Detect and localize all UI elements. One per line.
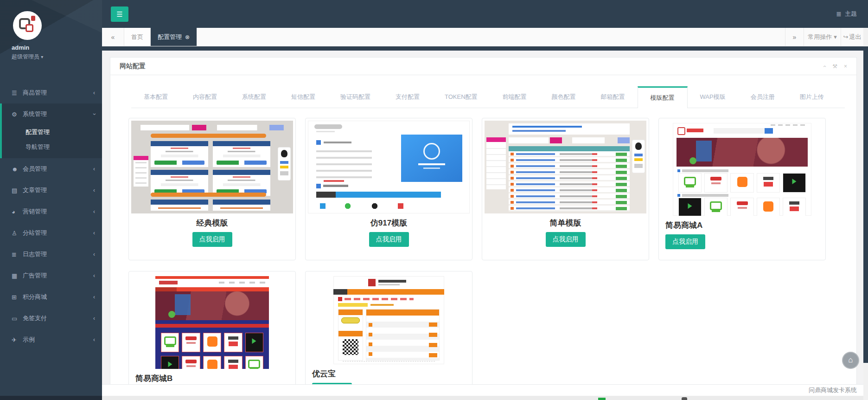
- goods-table-shape: [366, 309, 440, 361]
- tabbar-spacer: [197, 28, 785, 46]
- close-panel-icon[interactable]: ×: [844, 63, 847, 70]
- activate-button[interactable]: 点我启用: [192, 232, 232, 247]
- sidebar-subitem-config[interactable]: 配置管理: [2, 125, 102, 140]
- collapse-panel-icon[interactable]: ‹: [822, 65, 828, 67]
- footer-text: 问鼎商城发卡系统: [809, 387, 857, 394]
- sidebar-item-label: 文章管理: [23, 186, 47, 194]
- main-content: 网站配置 ‹ ⚒ × 基本配置 内容配置 系统配置 短信配置 验证码配置 支付配…: [102, 51, 863, 400]
- activate-button[interactable]: 点我启用: [369, 232, 409, 247]
- template-title: 经典模版: [129, 218, 295, 228]
- tab-sms[interactable]: 短信配置: [279, 86, 328, 108]
- mango-tv-logo-tile: [203, 333, 221, 352]
- footer: 问鼎商城发卡系统: [102, 384, 863, 396]
- tab-wap[interactable]: WAP模版: [688, 86, 738, 108]
- activate-button[interactable]: 点我启用: [546, 232, 586, 247]
- tab-upload[interactable]: 图片上传: [787, 86, 836, 108]
- stacked-bars-icon: ≣: [12, 251, 23, 258]
- sidebar-item-examples[interactable]: ✈ 示例 ‹: [0, 329, 102, 350]
- pie-chart-icon: ◕: [12, 208, 23, 215]
- template-card-youyunbao: 优云宝 点我启用: [305, 271, 472, 396]
- tabs-scroll-left-button[interactable]: «: [102, 28, 124, 46]
- file-icon: ▤: [12, 187, 23, 194]
- tab-frontend[interactable]: 前端配置: [490, 86, 539, 108]
- tab-mail[interactable]: 邮箱配置: [588, 86, 638, 108]
- sidebar-item-nosign-pay[interactable]: ▭ 免签支付 ‹: [0, 308, 102, 329]
- tencent-video-logo-tile: [161, 356, 179, 369]
- letv-logo-tile: [182, 333, 200, 352]
- iqiyi-logo-tile: [161, 333, 179, 352]
- tab-token[interactable]: TOKEN配置: [432, 86, 490, 108]
- hero-banner-shape: [677, 138, 808, 167]
- tab-basic[interactable]: 基本配置: [131, 86, 180, 108]
- wrench-icon[interactable]: ⚒: [832, 63, 837, 70]
- mango-tv-logo-tile: [203, 356, 221, 369]
- sidebar-item-system[interactable]: ⚙ 系统管理 ‹: [2, 103, 102, 125]
- activate-button[interactable]: 点我启用: [665, 234, 705, 249]
- scrollbar-thumb[interactable]: [863, 46, 868, 363]
- back-to-top-home-button[interactable]: ⌂: [842, 352, 859, 369]
- theme-button[interactable]: ≣ 主题: [836, 0, 857, 28]
- tabs-scroll-right-button[interactable]: »: [785, 28, 804, 46]
- tab-bar: « 首页 配置管理 ⊗ » 常用操作 ▾ ↪ 退出: [102, 28, 863, 46]
- tab-color[interactable]: 颜色配置: [539, 86, 588, 108]
- sohu-logo-tile: [757, 173, 780, 193]
- qr-code-column-shape: [338, 309, 363, 361]
- chevron-left-icon: ‹: [93, 166, 95, 172]
- tab-home[interactable]: 首页: [124, 28, 151, 46]
- sidebar: admin 超级管理员 ▾ ☰ 商品管理 ‹ ⚙ 系统管理 ‹ 配置管理 导航管…: [0, 0, 102, 400]
- sidebar-subitem-navigation[interactable]: 导航管理: [2, 140, 102, 155]
- template-card-917: 仿917模版 点我启用: [305, 118, 472, 260]
- tab-template[interactable]: 模版配置: [638, 86, 688, 108]
- common-operations-dropdown[interactable]: 常用操作 ▾: [804, 28, 841, 46]
- sidebar-item-articles[interactable]: ▤ 文章管理 ‹: [0, 180, 102, 201]
- logout-button[interactable]: ↪ 退出: [841, 28, 863, 46]
- username: admin: [12, 44, 102, 51]
- letv-logo-tile: [730, 198, 753, 216]
- avatar[interactable]: [13, 11, 42, 40]
- chevron-left-icon: ‹: [93, 336, 95, 343]
- chevron-down-icon: ‹: [91, 113, 97, 115]
- close-tab-icon[interactable]: ⊗: [185, 34, 190, 40]
- logo-seal: [31, 16, 35, 21]
- template-card-classic: 经典模版 点我启用: [128, 118, 296, 260]
- tab-payment[interactable]: 支付配置: [383, 86, 432, 108]
- template-thumbnail: [485, 121, 646, 213]
- template-title: 优云宝: [306, 368, 472, 379]
- site-logo-shape: [368, 279, 410, 287]
- page-scrollbar[interactable]: [863, 28, 868, 400]
- person-icon: ♙: [12, 230, 23, 237]
- sohu-logo-tile: [224, 333, 242, 352]
- sidebar-item-members[interactable]: ☻ 会员管理 ‹: [0, 158, 102, 180]
- tab-register[interactable]: 会员注册: [738, 86, 787, 108]
- sidebar-item-substations[interactable]: ♙ 分站管理 ‹: [0, 222, 102, 244]
- sidebar-item-ads[interactable]: ▦ 广告管理 ‹: [0, 265, 102, 286]
- sidebar-item-points-mall[interactable]: ⊞ 积分商城 ‹: [0, 286, 102, 308]
- content-top-strip: [102, 46, 863, 51]
- sidebar-item-label: 日志管理: [23, 250, 47, 258]
- sidebar-item-label: 系统管理: [23, 110, 47, 118]
- user-role-dropdown[interactable]: 超级管理员 ▾: [12, 53, 102, 61]
- iqiyi-logo-tile: [704, 198, 728, 216]
- partial-green-icon: [598, 398, 606, 400]
- sidebar-item-marketing[interactable]: ◕ 营销管理 ‹: [0, 201, 102, 222]
- sidebar-item-logs[interactable]: ≣ 日志管理 ‹: [0, 244, 102, 265]
- chevron-left-icon: ‹: [93, 187, 95, 194]
- qq-widget-shape: [278, 148, 290, 180]
- tab-config-management[interactable]: 配置管理 ⊗: [151, 28, 197, 46]
- template-thumbnail: [155, 276, 269, 369]
- sidebar-item-goods[interactable]: ☰ 商品管理 ‹: [0, 82, 102, 103]
- template-thumbnail: [131, 121, 293, 213]
- logout-icon: ↪: [843, 33, 849, 40]
- tab-captcha[interactable]: 验证码配置: [328, 86, 383, 108]
- logout-label: 退出: [849, 33, 861, 41]
- sidebar-item-label: 免签支付: [23, 314, 47, 323]
- site-config-panel: 网站配置 ‹ ⚒ × 基本配置 内容配置 系统配置 短信配置 验证码配置 支付配…: [110, 57, 857, 396]
- hamburger-menu-button[interactable]: ☰: [111, 6, 128, 22]
- tab-label: 配置管理: [158, 33, 182, 41]
- tab-system[interactable]: 系统配置: [230, 86, 279, 108]
- panel-title: 网站配置: [120, 62, 146, 71]
- sidebar-item-label: 广告管理: [23, 271, 47, 280]
- template-card-shop-b: 简易商城B 点我启用: [128, 271, 296, 396]
- payment-icons-shape: [316, 203, 461, 209]
- tab-content[interactable]: 内容配置: [180, 86, 230, 108]
